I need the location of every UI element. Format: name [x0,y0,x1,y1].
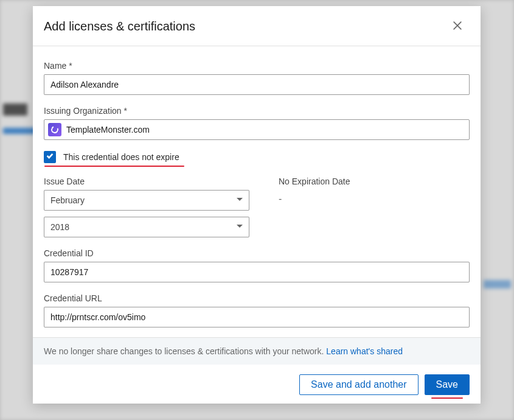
org-label: Issuing Organization * [44,106,470,116]
add-license-modal: Add licenses & certifications Name * Iss… [33,6,481,404]
credential-id-label: Credential ID [44,248,470,258]
close-icon [451,24,464,33]
org-input[interactable] [44,119,470,140]
issue-month-select[interactable]: February [44,190,249,211]
credential-id-row: Credential ID [44,248,470,282]
banner-text: We no longer share changes to licenses &… [44,346,326,356]
credential-id-input[interactable] [44,262,470,282]
issue-date-label: Issue Date [44,177,249,186]
name-row: Name * [44,61,470,95]
issue-year-select[interactable]: 2018 [44,217,249,237]
save-button[interactable]: Save [425,374,470,395]
expiration-col: No Expiration Date - [264,177,470,243]
date-row: Issue Date February 2018 [44,177,470,243]
credential-url-label: Credential URL [44,293,470,303]
name-label: Name * [44,61,470,71]
org-row: Issuing Organization * [44,106,470,140]
banner-link[interactable]: Learn what's shared [326,346,403,356]
noexpire-label: This credential does not expire [63,152,179,162]
credential-url-input[interactable] [44,307,470,327]
annotation-underline-save [431,397,463,399]
modal-body: Name * Issuing Organization * This crede… [33,46,481,337]
modal-footer: Save and add another Save [33,365,481,404]
close-button[interactable] [449,17,466,36]
name-input[interactable] [44,74,470,95]
check-icon [46,152,54,163]
org-logo-icon [48,123,61,136]
annotation-underline [44,166,184,167]
credential-url-row: Credential URL [44,293,470,327]
expiration-label: No Expiration Date [279,177,470,186]
info-banner: We no longer share changes to licenses &… [33,337,481,365]
expiration-dash: - [279,194,470,205]
save-and-add-another-button[interactable]: Save and add another [299,374,418,395]
modal-title: Add licenses & certifications [44,19,195,33]
noexpire-checkbox[interactable] [44,151,56,163]
org-text-input[interactable] [66,125,465,135]
issue-date-col: Issue Date February 2018 [44,177,249,243]
noexpire-row: This credential does not expire [44,151,470,163]
modal-header: Add licenses & certifications [33,6,481,46]
